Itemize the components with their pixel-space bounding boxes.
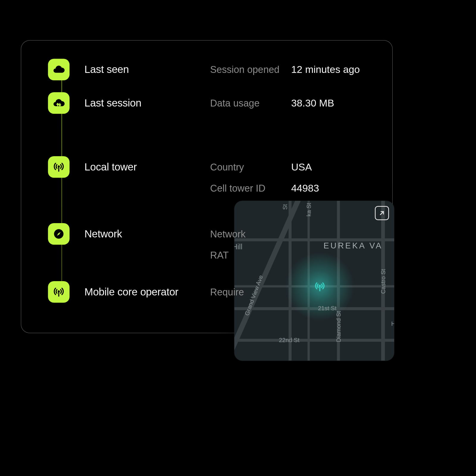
row-network: Network Network bbox=[48, 221, 370, 247]
row-last-session: Last session Data usage 38.30 MB bbox=[48, 90, 370, 116]
street-eureka: ka St bbox=[306, 203, 313, 217]
row-local-tower-line2: x Cell tower ID 44983 bbox=[48, 177, 370, 199]
row-value: 12 minutes ago bbox=[291, 64, 370, 75]
antenna-icon bbox=[48, 281, 70, 303]
row-label: Network bbox=[84, 228, 207, 240]
row-last-seen: Last seen Session opened 12 minutes ago bbox=[48, 57, 370, 82]
row-label: Last session bbox=[84, 97, 207, 109]
street-short: St bbox=[282, 204, 289, 210]
cloud-icon bbox=[48, 59, 70, 81]
row-value: USA bbox=[291, 161, 370, 173]
expand-map-button[interactable] bbox=[375, 206, 389, 220]
row-label: Local tower bbox=[84, 161, 207, 173]
row-key: Network bbox=[210, 228, 288, 240]
row-label: Mobile core operator bbox=[84, 286, 207, 298]
row-local-tower: Local tower Country USA bbox=[48, 154, 370, 180]
row-key: Country bbox=[210, 161, 288, 173]
compass-icon bbox=[48, 223, 70, 245]
arrow-up-right-icon bbox=[378, 209, 386, 217]
row-key: Data usage bbox=[210, 97, 288, 109]
row-key: RAT bbox=[210, 249, 288, 261]
street-21st: 21st St bbox=[318, 305, 336, 312]
device-status-panel: Last seen Session opened 12 minutes ago … bbox=[21, 40, 393, 333]
row-mobile-core: Mobile core operator Require bbox=[48, 279, 370, 305]
row-key: Session opened bbox=[210, 64, 288, 75]
cloud-sync-icon bbox=[48, 92, 70, 114]
street-22nd: 22nd St bbox=[279, 337, 300, 344]
row-value: 44983 bbox=[291, 182, 370, 194]
street-castro: Castro St bbox=[380, 269, 387, 294]
row-network-line2: x RAT bbox=[48, 244, 370, 266]
antenna-icon bbox=[48, 156, 70, 178]
row-key: Cell tower ID bbox=[210, 182, 288, 194]
row-key: Require bbox=[210, 286, 288, 298]
street-diamond: Diamond St bbox=[336, 311, 342, 342]
street-letter-h: H bbox=[391, 321, 394, 328]
row-value: 38.30 MB bbox=[291, 97, 370, 109]
row-label: Last seen bbox=[84, 64, 207, 76]
